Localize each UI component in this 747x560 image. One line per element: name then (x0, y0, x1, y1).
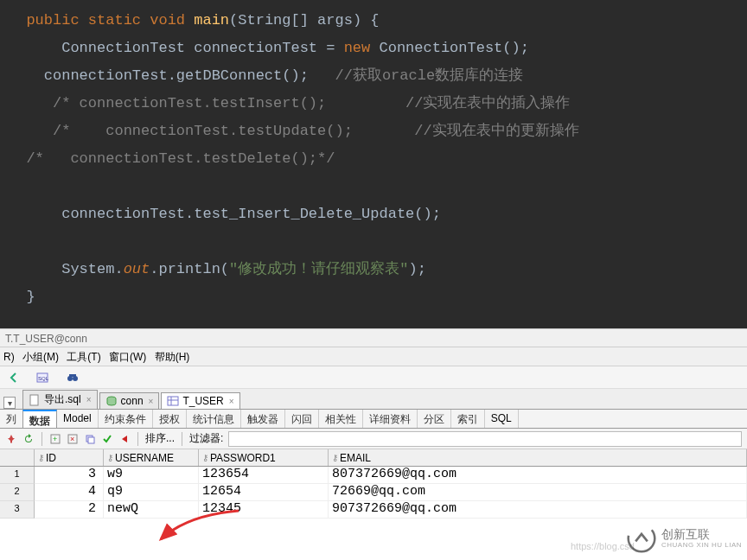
menu-tool[interactable]: 工具(T) (67, 351, 100, 363)
filter-label: 过滤器: (189, 431, 223, 446)
tab-tuser[interactable]: T_USER × (161, 392, 239, 409)
delete-row-icon[interactable]: × (67, 433, 79, 445)
key-icon: ⚷ (38, 453, 44, 462)
menu-run[interactable]: R) (3, 351, 15, 363)
object-subtabs: 列 数据 Model 约束条件 授权 统计信息 触发器 闪回 相关性 详细资料 … (0, 410, 747, 429)
subtab-model[interactable]: Model (57, 410, 99, 428)
column-icon: ⚷ (107, 453, 113, 462)
close-icon[interactable]: × (86, 395, 92, 404)
insert-row-icon[interactable]: + (49, 433, 61, 445)
logo-subtitle: CHUANG XIN HU LIAN (661, 541, 742, 549)
tab-export-sql[interactable]: 导出.sql × (22, 390, 98, 409)
table-icon (167, 395, 179, 407)
subtab-flashback[interactable]: 闪回 (285, 410, 319, 428)
cell-username[interactable]: w9 (104, 467, 199, 484)
cell-id[interactable]: 3 (35, 467, 104, 484)
db-icon (105, 395, 118, 407)
cell-email[interactable]: 807372669@qq.com (329, 467, 747, 484)
tab-label: T_USER (182, 395, 223, 407)
menu-window[interactable]: 窗口(W) (109, 351, 146, 363)
subtab-index[interactable]: 索引 (451, 410, 485, 428)
subtab-columns[interactable]: 列 (0, 410, 23, 428)
divider (137, 432, 138, 446)
column-icon: ⚷ (332, 453, 338, 462)
col-email[interactable]: ⚷EMAIL (329, 449, 747, 466)
subtab-partition[interactable]: 分区 (418, 410, 451, 428)
code-editor[interactable]: public static void main(String[] args) {… (0, 0, 747, 328)
col-password[interactable]: ⚷PASSWORD1 (199, 449, 329, 466)
rollback-icon[interactable] (118, 433, 131, 445)
subtab-sql[interactable]: SQL (485, 410, 519, 428)
pin-icon[interactable] (5, 433, 17, 445)
svg-text:SQL: SQL (38, 376, 49, 381)
brand-logo: 创新互联 CHUANG XIN HU LIAN (627, 524, 742, 553)
row-number: 1 (0, 467, 35, 484)
svg-rect-4 (69, 374, 76, 377)
cell-email[interactable]: 72669@qq.com (329, 484, 747, 501)
logo-name: 创新互联 (661, 528, 742, 541)
cell-password[interactable]: 123654 (199, 467, 329, 484)
subtab-stat[interactable]: 统计信息 (187, 410, 241, 428)
divider (42, 432, 42, 446)
collapse-icon[interactable]: ▾ (3, 397, 16, 409)
col-username[interactable]: ⚷USERNAME (104, 449, 199, 466)
table-row[interactable]: 3 2 newQ 12345 907372669@qq.com (0, 501, 747, 519)
cell-username[interactable]: q9 (104, 484, 199, 501)
sort-button[interactable]: 排序... (145, 431, 175, 446)
filter-input[interactable] (228, 431, 742, 447)
row-header-corner (0, 449, 35, 466)
subtab-constraint[interactable]: 约束条件 (99, 410, 153, 428)
logo-icon (627, 524, 656, 553)
tab-label: conn (121, 395, 144, 407)
row-number: 2 (0, 484, 35, 501)
column-icon: ⚷ (202, 453, 208, 462)
menu-help[interactable]: 帮助(H) (155, 351, 190, 363)
binoculars-icon[interactable] (66, 371, 80, 385)
watermark-url: https://blog.csd (571, 541, 635, 551)
table-row[interactable]: 2 4 q9 12654 72669@qq.com (0, 484, 747, 501)
subtab-data[interactable]: 数据 (22, 410, 57, 428)
subtab-related[interactable]: 相关性 (319, 410, 363, 428)
divider (182, 432, 182, 446)
svg-point-16 (629, 525, 655, 552)
cell-username[interactable]: newQ (104, 501, 199, 519)
commit-icon[interactable] (101, 433, 113, 445)
menu-group[interactable]: 小组(M) (22, 351, 59, 363)
tab-label: 导出.sql (44, 392, 81, 407)
data-toolbar: + × 排序... 过滤器: (0, 429, 747, 449)
svg-rect-5 (30, 395, 38, 405)
grid-header: ⚷ID ⚷USERNAME ⚷PASSWORD1 ⚷EMAIL (0, 449, 747, 467)
tab-conn[interactable]: conn × (99, 392, 160, 409)
cell-email[interactable]: 907372669@qq.com (329, 501, 747, 519)
file-icon (29, 394, 41, 406)
file-tabs: ▾ 导出.sql × conn × T_USER × (0, 389, 747, 410)
cell-id[interactable]: 4 (35, 484, 104, 501)
subtab-detail[interactable]: 详细资料 (363, 410, 418, 428)
svg-rect-15 (88, 437, 94, 443)
row-number: 3 (0, 501, 35, 519)
svg-text:×: × (70, 435, 74, 443)
table-row[interactable]: 1 3 w9 123654 807372669@qq.com (0, 467, 747, 484)
cell-id[interactable]: 2 (35, 501, 104, 519)
subtab-grant[interactable]: 授权 (153, 410, 187, 428)
close-icon[interactable]: × (149, 397, 154, 406)
svg-rect-7 (168, 397, 178, 405)
cell-password[interactable]: 12654 (199, 484, 329, 501)
col-id[interactable]: ⚷ID (35, 449, 104, 466)
window-title: T.T_USER@conn (5, 333, 87, 345)
svg-text:+: + (53, 435, 57, 443)
menu-bar[interactable]: R) 小组(M) 工具(T) 窗口(W) 帮助(H) (0, 347, 747, 366)
main-toolbar: SQL (0, 366, 747, 389)
copy-row-icon[interactable] (84, 433, 96, 445)
window-title-bar: T.T_USER@conn (0, 328, 747, 347)
sql-icon[interactable]: SQL (36, 371, 50, 385)
refresh-icon[interactable] (22, 433, 35, 445)
back-icon[interactable] (7, 371, 21, 385)
cell-password[interactable]: 12345 (199, 501, 329, 519)
subtab-trigger[interactable]: 触发器 (241, 410, 285, 428)
close-icon[interactable]: × (229, 397, 234, 406)
data-grid[interactable]: ⚷ID ⚷USERNAME ⚷PASSWORD1 ⚷EMAIL 1 3 w9 1… (0, 449, 747, 519)
